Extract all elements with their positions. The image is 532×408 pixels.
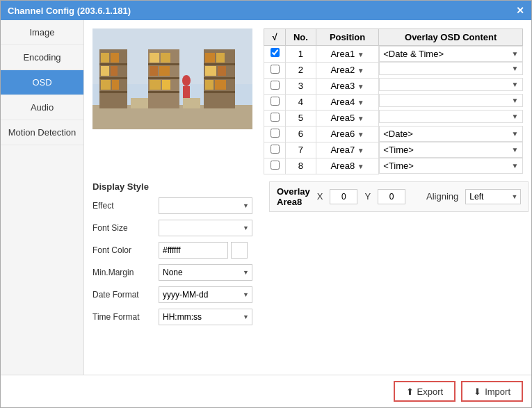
osd-no-cell-6: 6 — [286, 126, 316, 142]
min-margin-select[interactable]: None — [159, 264, 252, 281]
osd-checkbox-3[interactable] — [271, 81, 280, 90]
osd-table-container: √ No. Position Overlay OSD Content 1Area… — [264, 28, 523, 174]
content-arrow-7[interactable]: ▼ — [512, 146, 519, 154]
export-icon: ⬆ — [406, 386, 414, 397]
osd-check-cell-6 — [264, 126, 286, 142]
svg-rect-36 — [183, 98, 200, 108]
title-bar: Channel Config (203.6.1.181) ✕ — [1, 1, 531, 20]
display-style-section: Display Style Effect Font Size — [92, 181, 259, 331]
export-button[interactable]: ⬆ Export — [394, 381, 456, 402]
time-format-label: Time Format — [92, 312, 159, 322]
osd-checkbox-7[interactable] — [271, 145, 280, 154]
aligning-select[interactable]: Left Center Right — [465, 189, 521, 204]
position-arrow-8[interactable]: ▼ — [357, 163, 364, 170]
x-label: X — [317, 191, 323, 202]
font-color-swatch[interactable] — [231, 242, 248, 259]
svg-rect-10 — [111, 66, 118, 76]
date-format-select-wrapper: yyyy-MM-dd — [159, 286, 252, 303]
min-margin-row: Min.Margin None — [92, 264, 259, 281]
import-button[interactable]: ⬇ Import — [461, 381, 523, 402]
svg-rect-25 — [204, 77, 235, 79]
import-icon: ⬇ — [474, 386, 481, 397]
svg-rect-17 — [150, 53, 159, 63]
x-input[interactable]: 0 — [330, 189, 357, 204]
osd-content-text-8: <Time> — [383, 161, 414, 171]
position-arrow-3[interactable]: ▼ — [357, 83, 364, 90]
svg-rect-5 — [99, 77, 127, 79]
svg-rect-29 — [205, 66, 216, 76]
svg-rect-31 — [205, 80, 213, 90]
position-arrow-5[interactable]: ▼ — [357, 115, 364, 122]
main-window: Channel Config (203.6.1.181) ✕ ImageEnco… — [0, 0, 532, 408]
content-arrow-5[interactable]: ▼ — [512, 113, 519, 120]
osd-no-cell-3: 3 — [286, 78, 316, 94]
sidebar: ImageEncodingOSDAudioMotion Detection — [1, 20, 84, 375]
osd-checkbox-4[interactable] — [271, 97, 280, 106]
header-position: Position — [316, 29, 378, 46]
content-arrow-8[interactable]: ▼ — [512, 162, 519, 170]
osd-checkbox-1[interactable] — [271, 48, 280, 57]
position-arrow-7[interactable]: ▼ — [357, 147, 364, 154]
osd-no-cell-1: 1 — [286, 46, 316, 63]
osd-content-text-6: <Date> — [383, 129, 413, 139]
osd-no-cell-5: 5 — [286, 110, 316, 126]
osd-table: √ No. Position Overlay OSD Content 1Area… — [264, 28, 523, 174]
osd-row-8: 8Area8 ▼<Time>▼ — [264, 158, 523, 174]
sidebar-item-osd[interactable]: OSD — [1, 70, 83, 95]
osd-no-cell-4: 4 — [286, 94, 316, 110]
svg-rect-15 — [148, 77, 179, 79]
svg-rect-1 — [92, 105, 252, 129]
osd-checkbox-5[interactable] — [271, 113, 280, 122]
font-color-controls: #ffffff — [159, 242, 248, 259]
import-label: Import — [485, 386, 510, 397]
svg-rect-12 — [112, 80, 119, 90]
export-label: Export — [417, 386, 444, 397]
left-panel: Display Style Effect Font Size — [92, 181, 259, 367]
svg-point-33 — [182, 75, 191, 86]
osd-checkbox-2[interactable] — [271, 65, 280, 74]
position-arrow-4[interactable]: ▼ — [357, 99, 364, 106]
date-format-select[interactable]: yyyy-MM-dd — [159, 286, 252, 303]
sidebar-item-encoding[interactable]: Encoding — [1, 45, 83, 70]
font-size-select[interactable] — [159, 220, 252, 236]
sidebar-item-audio[interactable]: Audio — [1, 95, 83, 120]
y-input[interactable]: 0 — [378, 189, 405, 204]
content-arrow-3[interactable]: ▼ — [512, 81, 519, 88]
font-color-input[interactable]: #ffffff — [159, 242, 228, 259]
min-margin-select-wrapper: None — [159, 264, 252, 281]
sidebar-item-image[interactable]: Image — [1, 20, 83, 45]
sidebar-item-motion-detection[interactable]: Motion Detection — [1, 120, 83, 145]
position-arrow-6[interactable]: ▼ — [357, 131, 364, 138]
aligning-label: Aligning — [426, 191, 458, 202]
osd-check-cell-5 — [264, 110, 286, 126]
preview-image — [92, 28, 252, 129]
osd-position-cell-2: Area2 ▼ — [316, 62, 378, 78]
overlay-section: Overlay Area8 X 0 Y 0 Aligning Left Cent… — [269, 181, 529, 212]
aligning-select-wrapper: Left Center Right — [465, 189, 521, 204]
time-format-row: Time Format HH:mm:ss — [92, 309, 259, 325]
content-arrow-2[interactable]: ▼ — [512, 65, 519, 72]
time-format-select[interactable]: HH:mm:ss — [159, 309, 252, 325]
content-area: ImageEncodingOSDAudioMotion Detection — [1, 20, 531, 375]
display-style-title: Display Style — [92, 181, 259, 192]
osd-content-text-7: <Time> — [383, 145, 414, 155]
position-arrow-2[interactable]: ▼ — [357, 67, 364, 74]
osd-checkbox-8[interactable] — [271, 161, 280, 170]
osd-position-cell-1: Area1 ▼ — [316, 46, 378, 63]
svg-rect-28 — [216, 53, 225, 63]
effect-select-wrapper — [159, 197, 252, 214]
osd-position-cell-5: Area5 ▼ — [316, 110, 378, 126]
osd-check-cell-3 — [264, 78, 286, 94]
osd-no-cell-7: 7 — [286, 142, 316, 158]
osd-checkbox-6[interactable] — [271, 129, 280, 138]
close-button[interactable]: ✕ — [516, 5, 524, 16]
content-arrow-1[interactable]: ▼ — [512, 50, 519, 58]
content-arrow-6[interactable]: ▼ — [512, 130, 519, 138]
content-arrow-4[interactable]: ▼ — [512, 97, 519, 104]
position-arrow-1[interactable]: ▼ — [357, 51, 364, 58]
date-format-row: Date Format yyyy-MM-dd — [92, 286, 259, 303]
effect-label: Effect — [92, 201, 159, 211]
effect-select[interactable] — [159, 197, 252, 214]
middle-section: Display Style Effect Font Size — [92, 181, 523, 367]
svg-rect-34 — [183, 86, 190, 99]
